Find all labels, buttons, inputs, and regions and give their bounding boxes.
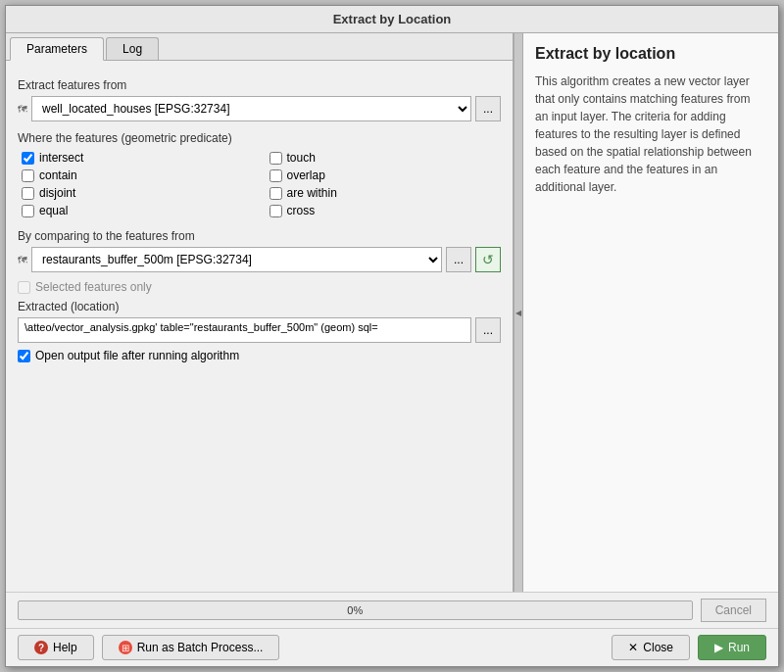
output-label: Extracted (location) bbox=[18, 300, 501, 313]
predicate-intersect: intersect bbox=[22, 151, 254, 165]
bottom-left-buttons: ? Help ⊞ Run as Batch Process... bbox=[18, 635, 279, 660]
checkbox-open-output[interactable] bbox=[18, 350, 30, 362]
compare-dropdown[interactable]: restaurants_buffer_500m [EPSG:32734] bbox=[31, 247, 442, 272]
label-selected-only: Selected features only bbox=[35, 280, 152, 294]
compare-refresh-button[interactable]: ↺ bbox=[475, 247, 501, 272]
label-open-output: Open output file after running algorithm bbox=[35, 349, 239, 362]
selected-only-row: Selected features only bbox=[18, 280, 501, 294]
predicate-disjoint: disjoint bbox=[22, 186, 254, 200]
extract-from-row: 🗺 well_located_houses [EPSG:32734] ... bbox=[18, 96, 501, 121]
help-title: Extract by location bbox=[535, 45, 766, 63]
help-button[interactable]: ? Help bbox=[18, 635, 94, 660]
checkbox-intersect[interactable] bbox=[22, 152, 34, 165]
tab-parameters[interactable]: Parameters bbox=[10, 37, 104, 61]
collapse-handle[interactable]: ◀ bbox=[514, 33, 523, 592]
output-browse-button[interactable]: ... bbox=[475, 317, 501, 343]
checkbox-selected-only[interactable] bbox=[18, 281, 30, 294]
output-row: \atteo/vector_analysis.gpkg' table="rest… bbox=[18, 317, 501, 343]
label-are-within: are within bbox=[287, 186, 337, 200]
extract-from-label: Extract features from bbox=[18, 78, 501, 92]
label-equal: equal bbox=[39, 204, 68, 217]
batch-icon: ⊞ bbox=[119, 641, 132, 654]
help-label: Help bbox=[53, 641, 77, 654]
checkbox-contain[interactable] bbox=[22, 169, 34, 182]
close-icon: ✕ bbox=[628, 641, 638, 654]
compare-browse-button[interactable]: ... bbox=[446, 247, 471, 272]
predicate-grid: intersect touch contain overlap bbox=[18, 151, 501, 217]
help-panel: Extract by location This algorithm creat… bbox=[523, 33, 778, 592]
predicate-overlap: overlap bbox=[270, 168, 502, 182]
dialog-title: Extract by Location bbox=[6, 6, 778, 33]
predicate-touch: touch bbox=[270, 151, 502, 165]
parameters-panel: Extract features from 🗺 well_located_hou… bbox=[6, 61, 513, 592]
label-disjoint: disjoint bbox=[39, 186, 75, 200]
progress-label: 0% bbox=[19, 604, 692, 616]
cancel-button[interactable]: Cancel bbox=[701, 599, 766, 622]
predicate-equal: equal bbox=[22, 204, 254, 217]
close-label: Close bbox=[643, 641, 673, 654]
predicate-cross: cross bbox=[270, 204, 502, 217]
bottom-right-buttons: ✕ Close ▶ Run bbox=[612, 635, 766, 660]
predicate-contain: contain bbox=[22, 168, 254, 182]
close-button[interactable]: ✕ Close bbox=[612, 635, 690, 660]
extract-from-dropdown[interactable]: well_located_houses [EPSG:32734] bbox=[31, 96, 471, 121]
open-output-row: Open output file after running algorithm bbox=[18, 349, 501, 362]
checkbox-touch[interactable] bbox=[270, 152, 282, 165]
predicate-label: Where the features (geometric predicate) bbox=[18, 131, 501, 145]
compare-row: 🗺 restaurants_buffer_500m [EPSG:32734] .… bbox=[18, 247, 501, 272]
help-icon: ? bbox=[34, 641, 48, 654]
progress-area: 0% Cancel bbox=[6, 592, 778, 628]
batch-label: Run as Batch Process... bbox=[137, 641, 264, 654]
collapse-icon: ◀ bbox=[515, 309, 521, 317]
label-overlap: overlap bbox=[287, 168, 325, 182]
label-cross: cross bbox=[287, 204, 316, 217]
label-contain: contain bbox=[39, 168, 77, 182]
left-panel: Parameters Log Extract features from 🗺 w… bbox=[6, 33, 514, 592]
label-touch: touch bbox=[287, 151, 316, 165]
layer-icon-compare: 🗺 bbox=[18, 255, 27, 265]
run-label: Run bbox=[728, 641, 750, 654]
checkbox-are-within[interactable] bbox=[270, 187, 282, 200]
label-intersect: intersect bbox=[39, 151, 83, 165]
run-icon: ▶ bbox=[714, 641, 723, 654]
content-area: Parameters Log Extract features from 🗺 w… bbox=[6, 33, 778, 592]
layer-icon-extract: 🗺 bbox=[18, 104, 27, 115]
checkbox-disjoint[interactable] bbox=[22, 187, 34, 200]
checkbox-equal[interactable] bbox=[22, 205, 34, 217]
checkbox-cross[interactable] bbox=[270, 205, 282, 217]
bottom-buttons: ? Help ⊞ Run as Batch Process... ✕ Close… bbox=[6, 628, 778, 666]
tab-log[interactable]: Log bbox=[106, 37, 159, 60]
output-path-input[interactable]: \atteo/vector_analysis.gpkg' table="rest… bbox=[18, 317, 471, 343]
compare-label: By comparing to the features from bbox=[18, 229, 501, 243]
predicate-are-within: are within bbox=[270, 186, 502, 200]
tab-bar: Parameters Log bbox=[6, 33, 513, 61]
run-button[interactable]: ▶ Run bbox=[698, 635, 766, 660]
help-text: This algorithm creates a new vector laye… bbox=[535, 72, 766, 196]
extract-from-browse-button[interactable]: ... bbox=[475, 96, 501, 121]
checkbox-overlap[interactable] bbox=[270, 169, 282, 182]
panel-divider: ◀ bbox=[514, 33, 523, 592]
progress-bar-container: 0% bbox=[18, 600, 693, 620]
batch-process-button[interactable]: ⊞ Run as Batch Process... bbox=[102, 635, 280, 660]
extract-by-location-dialog: Extract by Location Parameters Log Extra… bbox=[5, 5, 779, 667]
